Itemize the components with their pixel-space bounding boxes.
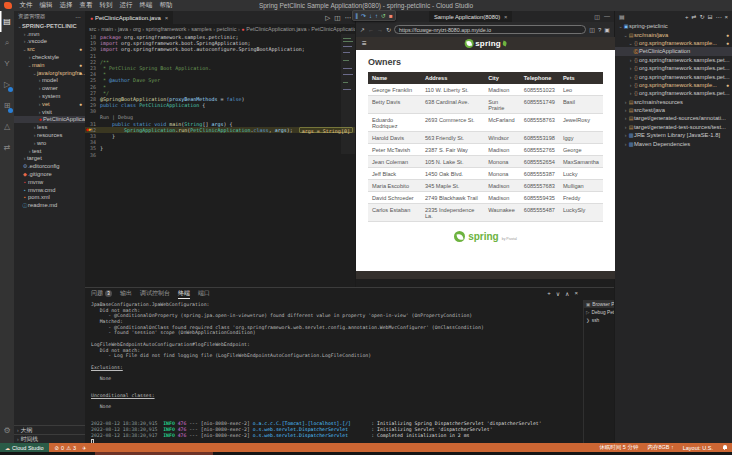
owner-name-link[interactable]: Jean Coleman xyxy=(368,156,421,168)
file-tree-row[interactable]: ◆.gitignore xyxy=(14,170,85,178)
explorer-icon[interactable]: ▤ xyxy=(0,11,14,32)
devtools-icon[interactable]: ▣ xyxy=(604,26,610,33)
tab-petclinicapplication[interactable]: ● PetClinicApplication.java × xyxy=(85,11,174,24)
status-item[interactable]: Layout: U.S. xyxy=(683,445,713,451)
breadcrumb-item[interactable]: org xyxy=(133,26,141,32)
file-tree-row[interactable]: ›target xyxy=(14,155,85,163)
file-tree-row[interactable]: ›visit xyxy=(14,108,85,116)
step-into-icon[interactable]: ↓ xyxy=(369,13,372,19)
problems-summary[interactable]: ⊘ 0 ⚠ 3 xyxy=(55,445,77,451)
codelens-run-link[interactable]: Run xyxy=(100,114,109,120)
java-tree-row[interactable]: ⒸPetClinicApplication xyxy=(615,47,732,55)
menu-item[interactable]: 运行 xyxy=(116,1,136,10)
rocket-icon[interactable]: ✈ xyxy=(82,445,86,451)
java-tree-row[interactable]: ›▥JRE System Library [JavaSE-1.8] xyxy=(615,131,732,139)
menu-item[interactable]: 选择 xyxy=(56,1,76,10)
java-tree-row[interactable]: ›▤src/test/java xyxy=(615,106,732,114)
file-tree-row[interactable]: ⚙.editorconfig xyxy=(14,162,85,170)
terminal-dropdown-icon[interactable]: ∨ xyxy=(556,290,560,297)
breadcrumb-item[interactable]: main xyxy=(101,26,113,32)
file-tree-row[interactable]: ●PetClinicApplication.java xyxy=(14,116,85,124)
java-tree-row[interactable]: ⌄{}org.springframework.sample...● xyxy=(615,39,732,47)
terminal-output[interactable]: JpaBaseConfiguration.JpaWebConfiguration… xyxy=(85,300,582,443)
browser-split-icon[interactable]: ◫ xyxy=(594,13,600,20)
explorer-more-icon[interactable]: ⋯ xyxy=(76,14,82,20)
new-terminal-icon[interactable]: + xyxy=(547,290,551,297)
testing-icon[interactable]: △ xyxy=(0,116,14,137)
owner-name-link[interactable]: Jeff Black xyxy=(368,168,421,180)
search-icon[interactable]: ⌕ xyxy=(0,32,14,53)
breadcrumb-item[interactable]: samples xyxy=(191,26,211,32)
source-control-icon[interactable]: Y xyxy=(0,53,14,74)
terminal-session[interactable]: ▣Browser Pr... xyxy=(584,300,614,308)
java-tree-row[interactable]: ›▤target/generated-sources/annotati... xyxy=(615,114,732,122)
tab-close-icon[interactable]: × xyxy=(165,15,169,21)
refresh-icon[interactable]: ↻ xyxy=(386,26,391,33)
owner-name-link[interactable]: Maria Escobito xyxy=(368,180,421,192)
tab-sample-application[interactable]: Sample Application(8080) × xyxy=(429,11,512,22)
link-editor-icon[interactable]: ⇄ xyxy=(691,13,696,20)
run-file-icon[interactable]: ▷ xyxy=(325,14,330,22)
menu-item[interactable]: 文件 xyxy=(16,1,36,10)
file-tree-row[interactable]: ›less xyxy=(14,123,85,131)
stop-icon[interactable]: ■ xyxy=(389,13,393,19)
owner-name-link[interactable]: Eduardo Rodriquez xyxy=(368,114,421,132)
panel-close-icon[interactable]: × xyxy=(724,14,728,20)
codelens-debug-link[interactable]: Debug xyxy=(118,114,133,120)
panel-tab[interactable]: 问题3 xyxy=(91,288,112,299)
close-panel-icon[interactable]: × xyxy=(574,290,578,297)
file-tree-row[interactable]: ›.vscode xyxy=(14,38,85,46)
step-out-icon[interactable]: ↑ xyxy=(375,13,378,19)
terminal-session[interactable]: ❯ssh xyxy=(584,316,614,324)
file-tree-row[interactable]: ›owner xyxy=(14,84,85,92)
java-tree-row[interactable]: ›▤target/generated-test-sources/test... xyxy=(615,123,732,131)
run-and-debug-icon[interactable]: ▷ xyxy=(0,74,14,95)
java-tree-row[interactable]: ›▤src/main/resources xyxy=(615,98,732,106)
breadcrumb-item[interactable]: springframework xyxy=(146,26,187,32)
file-tree-row[interactable]: ⓘreadme.md xyxy=(14,201,85,209)
browser-minimize-icon[interactable]: — xyxy=(604,13,610,20)
step-over-icon[interactable]: ↷ xyxy=(361,12,366,19)
java-tree-row[interactable]: ›{}org.springframework.samples.pet... xyxy=(615,56,732,64)
cloud-studio-badge[interactable]: ☁ Cloud Studio xyxy=(0,443,49,452)
forward-icon[interactable]: → xyxy=(377,27,383,33)
file-tree-row[interactable]: ▪mvnw xyxy=(14,178,85,186)
back-icon[interactable]: ← xyxy=(368,27,374,33)
file-tree-row[interactable]: ›model xyxy=(14,77,85,85)
sidebar-section-header[interactable]: ›时间线 xyxy=(14,434,85,443)
panel-tab[interactable]: 终端 xyxy=(178,288,190,299)
file-tree-row[interactable]: ⌄src● xyxy=(14,45,85,53)
breadcrumb-item[interactable]: src xyxy=(89,26,96,32)
terminal-session[interactable]: ▷Debug Pet... xyxy=(584,308,614,316)
file-tree-row[interactable]: ›.mvn xyxy=(14,30,85,38)
remote-explorer-icon[interactable]: ⇄ xyxy=(0,137,14,158)
panel-more-icon[interactable]: ⋯ xyxy=(715,13,721,20)
file-tree-row[interactable]: ›test xyxy=(14,147,85,155)
file-tree-row[interactable]: ⌄SPRING-PETCLINIC xyxy=(14,22,85,30)
owner-name-link[interactable]: Carlos Estaban xyxy=(368,204,421,222)
status-item[interactable]: 休眠时间 5 分钟 xyxy=(599,444,638,451)
bell-icon[interactable] xyxy=(722,445,727,450)
file-tree-row[interactable]: ⌄java/org/springfra...● xyxy=(14,69,85,77)
file-tree-row[interactable]: ›vet● xyxy=(14,100,85,108)
breadcrumb-item[interactable]: petclinic xyxy=(217,26,237,32)
pause-icon[interactable]: ∥ xyxy=(355,12,358,19)
maximize-panel-icon[interactable]: ∧ xyxy=(565,290,569,297)
settings-gear-icon[interactable]: ⚙ xyxy=(0,420,14,441)
java-tree-row[interactable]: ›{}org.springframework.samples.pet... xyxy=(615,72,732,80)
collapse-all-icon[interactable]: ⊟ xyxy=(707,13,712,20)
extensions-icon[interactable]: ⊞ xyxy=(0,95,14,116)
panel-tab[interactable]: 输出 xyxy=(120,288,132,299)
menu-item[interactable]: 转到 xyxy=(96,1,116,10)
owner-name-link[interactable]: Harold Davis xyxy=(368,132,421,144)
menu-item[interactable]: 帮助 xyxy=(156,1,176,10)
breadcrumb-item[interactable]: PetClinicApplication.java xyxy=(246,26,306,32)
file-tree-row[interactable]: ⌄main● xyxy=(14,61,85,69)
minimap[interactable] xyxy=(341,34,355,154)
restart-icon[interactable]: ↺ xyxy=(381,12,386,19)
duplicate-view-icon[interactable]: ◫ xyxy=(589,26,595,33)
java-tree-row[interactable]: ›{}org.springframework.samples.pet... xyxy=(615,64,732,72)
file-tree-row[interactable]: ›resources xyxy=(14,131,85,139)
java-tree-row[interactable]: ›{}org.springframework.samples.pet... xyxy=(615,89,732,97)
hamburger-menu-icon[interactable]: ≡ xyxy=(362,39,367,48)
